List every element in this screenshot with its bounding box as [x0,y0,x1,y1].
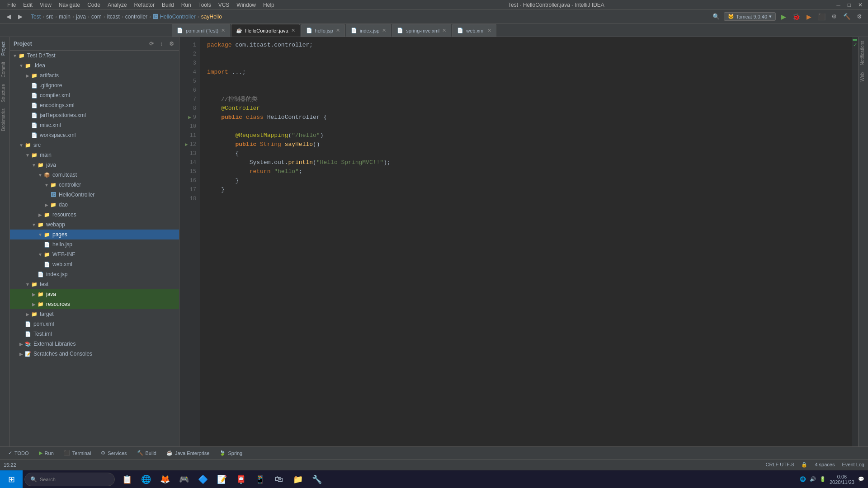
taskbar-app-postman[interactable]: 📮 [232,471,250,488]
tree-item-main[interactable]: ▼ 📁 main [10,150,179,160]
java-enterprise-button[interactable]: ☕ Java Enterprise [162,448,214,459]
tree-item-webapp[interactable]: ▼ 📁 webapp [10,220,179,230]
tree-item-encodings-xml[interactable]: 📄 encodings.xml [10,100,179,110]
close-button[interactable]: ✕ [856,2,864,8]
project-settings-icon[interactable]: ⚙ [167,40,175,48]
menu-edit[interactable]: Edit [19,2,36,8]
taskbar-app-files[interactable]: 📋 [118,471,136,488]
tomcat-config-button[interactable]: 🐱 Tomcat 9.0.40 ▾ [724,12,776,21]
breadcrumb-itcast[interactable]: itcast [107,14,120,20]
tab-hellocontroller-close[interactable]: ✕ [291,28,295,33]
tree-item-compiler-xml[interactable]: 📄 compiler.xml [10,90,179,100]
taskbar-app-store[interactable]: 🛍 [270,471,288,488]
tab-hellocontroller[interactable]: ☕ HelloController.java ✕ [231,24,300,37]
build-tool-button[interactable]: 🔨 Build [132,448,161,459]
start-button[interactable]: ⊞ [0,470,23,488]
breadcrumb-main[interactable]: main [59,14,71,20]
breadcrumb-controller[interactable]: controller [125,14,147,20]
tree-item-jar-repos-xml[interactable]: 📄 jarRepositories.xml [10,110,179,120]
build-project-icon[interactable]: 🔨 [842,12,852,22]
settings-icon[interactable]: ⚙ [854,12,864,22]
tab-hello-jsp-close[interactable]: ✕ [336,28,340,33]
search-everywhere-icon[interactable]: 🔍 [711,12,721,22]
right-tab-notifications[interactable]: Notifications [859,37,868,69]
tree-item-com-itcast[interactable]: ▼ 📦 com.itcast [10,170,179,180]
menu-navigate[interactable]: Navigate [55,2,84,8]
run-gutter-icon-9[interactable]: ▶ [188,113,191,122]
tree-item-idea[interactable]: ▼ 📁 .idea [10,61,179,70]
minimize-button[interactable]: ─ [835,2,842,8]
left-tab-project[interactable]: Project [0,39,9,58]
taskbar-app-firefox[interactable]: 🦊 [156,471,174,488]
menu-window[interactable]: Window [233,2,259,8]
tab-pom-xml[interactable]: 📄 pom.xml (Test) ✕ [172,24,230,37]
menu-view[interactable]: View [36,2,55,8]
maximize-button[interactable]: □ [846,2,853,8]
tree-item-webinf[interactable]: ▼ 📁 WEB-INF [10,249,179,259]
tree-item-test-java[interactable]: ▶ 📁 java [10,289,179,299]
tree-item-hellocontroller[interactable]: 🅲 HelloController [10,190,179,200]
tree-item-web-xml[interactable]: 📄 web.xml [10,259,179,269]
left-tab-structure[interactable]: Structure [0,81,9,105]
taskbar-app-explorer[interactable]: 📁 [289,471,307,488]
breadcrumb-java[interactable]: java [76,14,86,20]
tree-item-src[interactable]: ▼ 📁 src [10,140,179,150]
tree-item-resources[interactable]: ▶ 📁 resources [10,210,179,220]
back-icon[interactable]: ◀ [4,12,14,22]
tree-item-target[interactable]: ▶ 📁 target [10,309,179,319]
taskbar-app-tools[interactable]: 🔧 [308,471,326,488]
services-button[interactable]: ⚙ Services [96,448,131,459]
run-gutter-icon-12[interactable]: ▶ [185,140,188,149]
event-log-label[interactable]: Event Log [842,462,864,468]
menu-analyze[interactable]: Analyze [104,2,131,8]
tree-item-pom-xml[interactable]: 📄 pom.xml [10,319,179,329]
left-tab-commit[interactable]: Commit [0,59,9,80]
taskbar-app-vscode[interactable]: 🔷 [194,471,212,488]
tree-item-scratches[interactable]: ▶ 📝 Scratches and Consoles [10,349,179,359]
stop-button[interactable]: ⬛ [816,12,826,22]
breadcrumb-sayhello[interactable]: sayHello [201,14,222,20]
menu-help[interactable]: Help [259,2,278,8]
menu-file[interactable]: File [4,2,19,8]
run-button[interactable]: ▶ [778,12,788,22]
tree-item-artifacts[interactable]: ▶ 📁 artifacts [10,70,179,80]
more-run-options-icon[interactable]: ⚙ [829,12,839,22]
notification-icon[interactable]: 💬 [858,476,864,482]
run-with-coverage-button[interactable]: ▶ [804,12,814,22]
forward-icon[interactable]: ▶ [15,12,25,22]
terminal-button[interactable]: ⬛ Terminal [59,448,96,459]
breadcrumb-com[interactable]: com [91,14,102,20]
menu-vcs[interactable]: VCS [215,2,233,8]
tab-index-jsp-close[interactable]: ✕ [382,28,386,33]
tab-pom-xml-close[interactable]: ✕ [221,28,225,33]
tab-web-xml-close[interactable]: ✕ [487,28,491,33]
tree-item-test-iml[interactable]: 📄 Test.iml [10,329,179,339]
breadcrumb-src[interactable]: src [46,14,53,20]
menu-code[interactable]: Code [84,2,104,8]
taskbar-search[interactable]: 🔍 Search [24,473,115,486]
tree-item-gitignore[interactable]: 📄 .gitignore [10,80,179,90]
tree-item-test-folder[interactable]: ▼ 📁 test [10,279,179,289]
tab-hello-jsp[interactable]: 📄 hello.jsp ✕ [301,24,345,37]
tree-item-pages[interactable]: ▼ 📁 pages [10,230,179,239]
left-tab-bookmarks[interactable]: Bookmarks [0,106,9,134]
tree-item-controller[interactable]: ▼ 📁 controller [10,180,179,190]
tree-item-hello-jsp[interactable]: 📄 hello.jsp [10,239,179,249]
todo-button[interactable]: ✓ TODO [4,448,33,459]
tab-web-xml[interactable]: 📄 web.xml ✕ [452,24,496,37]
tree-content[interactable]: ▼ 📁 Test D:\Test ▼ 📁 .idea ▶ 📁 artifacts… [10,51,179,446]
debug-button[interactable]: 🐞 [791,12,801,22]
tree-item-index-jsp[interactable]: 📄 index.jsp [10,269,179,279]
code-content[interactable]: package com.itcast.controller; import ..… [200,37,852,446]
tree-item-workspace-xml[interactable]: 📄 workspace.xml [10,130,179,140]
taskbar-app-intellij[interactable]: 🎮 [175,471,193,488]
tab-spring-mvc-xml-close[interactable]: ✕ [442,28,446,33]
tab-index-jsp[interactable]: 📄 index.jsp ✕ [346,24,391,37]
right-tab-web[interactable]: Web [859,69,868,85]
breadcrumb-hellocontroller[interactable]: 🅲 HelloController [153,14,196,20]
breadcrumb-test[interactable]: Test [31,14,41,20]
taskbar-app-edge[interactable]: 🌐 [137,471,155,488]
spring-button[interactable]: 🍃 Spring [215,448,247,459]
taskbar-app-phone[interactable]: 📱 [251,471,269,488]
tree-item-test-resources[interactable]: ▶ 📁 resources [10,299,179,309]
